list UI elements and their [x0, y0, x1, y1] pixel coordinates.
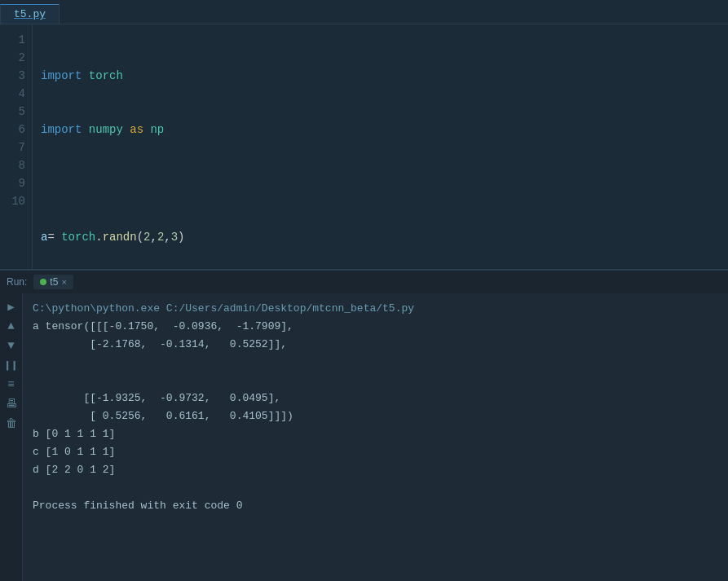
code-line-3 [41, 174, 720, 192]
run-pause-button[interactable]: ❙❙ [3, 357, 20, 373]
run-indent-button[interactable]: ≡ [3, 376, 20, 393]
run-tab-name: t5 [50, 276, 58, 288]
run-body: ▶ ▲ ▼ ❙❙ ≡ 🖶 🗑 C:\python\python.exe C:/U… [0, 293, 728, 581]
code-area: 1 2 3 4 5 6 7 8 9 10 import torch import… [0, 24, 728, 269]
run-status-dot [40, 279, 46, 285]
run-label: Run: [7, 276, 27, 288]
line-num-4: 4 [0, 85, 25, 103]
line-num-5: 5 [0, 103, 25, 121]
code-line-4: a= torch.randn(2,2,3) [41, 228, 720, 246]
run-play-button[interactable]: ▶ [3, 298, 20, 315]
code-content[interactable]: import torch import numpy as np a= torch… [33, 24, 728, 269]
line-num-6: 6 [0, 121, 25, 139]
run-print-button[interactable]: 🖶 [3, 396, 20, 412]
run-scroll-down-button[interactable]: ▼ [3, 337, 20, 354]
run-output[interactable]: C:\python\python.exe C:/Users/admin/Desk… [23, 293, 728, 581]
code-line-2: import numpy as np [41, 121, 720, 139]
line-num-8: 8 [0, 156, 25, 174]
line-num-9: 9 [0, 174, 25, 192]
editor-area: t5.py 1 2 3 4 5 6 7 8 9 10 import torch … [0, 0, 728, 269]
run-header: Run: t5 × [0, 269, 728, 293]
editor-tab[interactable]: t5.py [0, 4, 60, 24]
run-tab[interactable]: t5 × [33, 275, 73, 289]
editor-tab-bar: t5.py [0, 0, 728, 24]
line-num-2: 2 [0, 49, 25, 67]
line-num-7: 7 [0, 139, 25, 156]
code-line-1: import torch [41, 67, 720, 85]
line-numbers: 1 2 3 4 5 6 7 8 9 10 [0, 24, 33, 269]
line-num-3: 3 [0, 67, 25, 85]
run-panel: Run: t5 × ▶ ▲ ▼ ❙❙ ≡ 🖶 🗑 C:\python\pytho… [0, 269, 728, 581]
run-sidebar: ▶ ▲ ▼ ❙❙ ≡ 🖶 🗑 [0, 293, 23, 581]
run-trash-button[interactable]: 🗑 [3, 416, 20, 432]
run-tab-close[interactable]: × [61, 277, 66, 287]
run-scroll-up-button[interactable]: ▲ [3, 318, 20, 334]
line-num-1: 1 [0, 31, 25, 49]
line-num-10: 10 [0, 192, 25, 210]
